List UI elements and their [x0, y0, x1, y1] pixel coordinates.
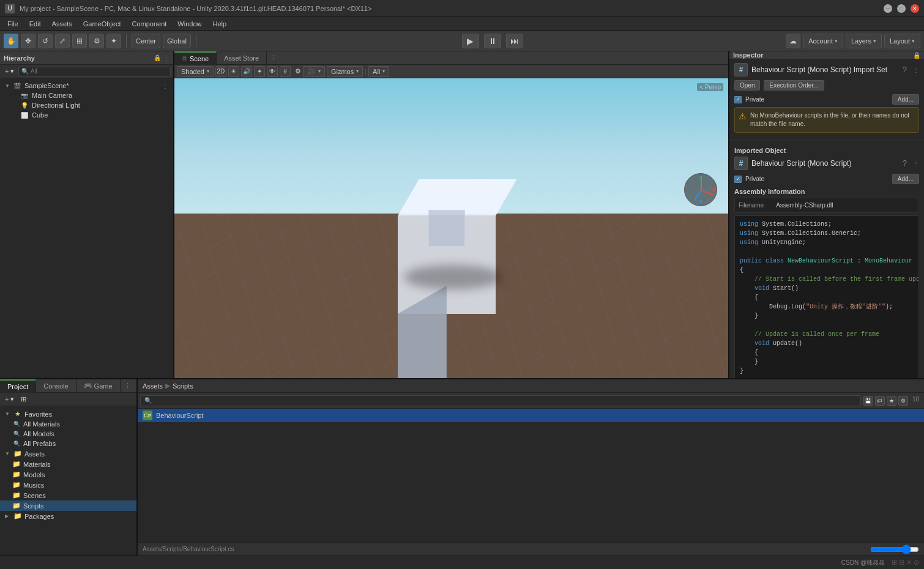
fx-button[interactable]: ✦: [254, 66, 265, 77]
search-settings-button[interactable]: ⚙: [898, 396, 908, 406]
tree-item-models[interactable]: 📁 Models: [0, 469, 136, 480]
open-button[interactable]: Open: [734, 80, 760, 91]
inspector-more-icon[interactable]: ⋮: [913, 67, 919, 73]
hierarchy-lock-icon[interactable]: 🔒: [154, 54, 161, 61]
favorites-arrow: ▼: [5, 411, 11, 417]
inspector-warning-box: ⚠ No MonoBehaviour scripts in the file, …: [734, 107, 919, 133]
csdn-label: CSDN @韩叔叔: [841, 559, 885, 566]
maximize-button[interactable]: □: [897, 4, 906, 13]
pause-button[interactable]: ⏸: [484, 34, 501, 48]
breadcrumb-scripts: Scripts: [173, 382, 193, 390]
tree-item-materials[interactable]: 📁 Materials: [0, 459, 136, 469]
imported-script-name: Behaviour Script (Mono Script): [751, 159, 899, 168]
tree-item-all-materials[interactable]: 🔍 All Materials: [0, 419, 136, 429]
tab-scene[interactable]: ⋕ Scene: [174, 51, 217, 65]
menu-edit[interactable]: Edit: [24, 19, 46, 29]
title-left: U My project - SampleScene - PC, Mac & L…: [5, 4, 371, 13]
inspector-help-icon[interactable]: ?: [903, 65, 907, 74]
add-button-2[interactable]: Add...: [892, 174, 919, 184]
close-button[interactable]: ✕: [911, 4, 919, 13]
project-toggle-button[interactable]: ⊞: [18, 395, 29, 404]
inspector-lock-icon[interactable]: 🔒: [913, 52, 920, 59]
save-search-button[interactable]: 💾: [863, 396, 873, 406]
filename-label: Filename: [739, 202, 764, 209]
step-button[interactable]: ⏭: [506, 34, 523, 48]
account-dropdown[interactable]: Account: [803, 34, 843, 48]
scene-visibility-button[interactable]: 👁: [267, 66, 278, 77]
tab-asset-store[interactable]: Asset Store: [217, 51, 267, 65]
hierarchy-search-input[interactable]: [18, 67, 171, 76]
move-tool-button[interactable]: ✥: [21, 34, 35, 48]
layers-dropdown[interactable]: Layers: [846, 34, 882, 48]
execution-order-button[interactable]: Execution Order...: [764, 80, 824, 91]
menu-assets[interactable]: Assets: [47, 19, 77, 29]
svg-line-2: [701, 190, 714, 195]
project-search-input[interactable]: [140, 395, 861, 406]
tree-item-favorites[interactable]: ▼ ★ Favorites: [0, 409, 136, 419]
lighting-button[interactable]: ☀: [228, 66, 239, 77]
bottom-tab-more[interactable]: ⋮: [121, 382, 135, 390]
pivot-center-dropdown[interactable]: Center: [132, 34, 160, 48]
tab-game[interactable]: 🎮Game: [76, 379, 121, 393]
cube-indent: [428, 210, 465, 247]
shading-dropdown[interactable]: Shaded: [177, 66, 214, 77]
hierarchy-item-maincamera[interactable]: 📷 Main Camera: [0, 91, 173, 100]
private-checkbox-1[interactable]: ✓: [734, 96, 742, 103]
hierarchy-item-samplescene[interactable]: ▼ 🎬 SampleScene* ⋮: [0, 81, 173, 91]
transform-tool-button[interactable]: ⚙: [89, 34, 104, 48]
gizmos-dropdown[interactable]: Gizmos: [327, 66, 363, 77]
layout-dropdown[interactable]: Layout: [884, 34, 920, 48]
scene-viewport[interactable]: < Persp Y X Z: [174, 78, 728, 378]
tree-item-all-models[interactable]: 🔍 All Models: [0, 429, 136, 439]
hierarchy-toolbar: + ▾: [0, 65, 173, 78]
play-button[interactable]: ▶: [462, 34, 479, 48]
menu-file[interactable]: File: [2, 19, 23, 29]
hand-tool-button[interactable]: ✋: [4, 34, 18, 48]
project-add-button[interactable]: + ▾: [2, 395, 17, 404]
search-filter-button[interactable]: 🏷: [875, 396, 885, 406]
tree-item-scripts[interactable]: 📁 Scripts: [0, 500, 136, 511]
pivot-global-dropdown[interactable]: Global: [163, 34, 191, 48]
scale-tool-button[interactable]: ⤢: [55, 34, 70, 48]
menu-gameobject[interactable]: GameObject: [78, 19, 126, 29]
scene-tab-more[interactable]: ⋮: [267, 54, 281, 62]
hierarchy-add-button[interactable]: + ▾: [2, 67, 17, 76]
scene-more-icon[interactable]: ⋮: [162, 83, 168, 89]
tree-item-packages[interactable]: ▶ 📁 Packages: [0, 511, 136, 521]
tree-item-assets[interactable]: ▼ 📁 Assets: [0, 448, 136, 459]
rect-tool-button[interactable]: ⊞: [72, 34, 87, 48]
tree-item-all-prefabs[interactable]: 🔍 All Prefabs: [0, 439, 136, 448]
hierarchy-item-cube[interactable]: ⬜ Cube: [0, 110, 173, 120]
tab-scene-label: Scene: [190, 55, 209, 62]
secondary-toolbar: Shaded 2D ☀ 🔊 ✦ 👁 # ⚙ 🎥 Gizmos | All: [174, 65, 728, 78]
rotate-tool-button[interactable]: ↺: [38, 34, 53, 48]
hierarchy-more-icon[interactable]: ⋮: [163, 54, 170, 61]
tree-item-scenes[interactable]: 📁 Scenes: [0, 490, 136, 500]
2d-button[interactable]: 2D: [215, 66, 226, 77]
imported-more-icon[interactable]: ⋮: [913, 160, 919, 167]
minimize-button[interactable]: ─: [884, 4, 892, 13]
grid-button[interactable]: #: [280, 66, 291, 77]
imported-object-title: Imported Object: [734, 147, 919, 154]
tab-console[interactable]: Console: [36, 379, 76, 393]
menu-component[interactable]: Component: [127, 19, 171, 29]
private-checkbox-2[interactable]: ✓: [734, 176, 742, 183]
tree-item-musics[interactable]: 📁 Musics: [0, 480, 136, 490]
custom-tool-button[interactable]: ✦: [106, 34, 121, 48]
hierarchy-item-directionallight[interactable]: 💡 Directional Light: [0, 100, 173, 110]
light-icon: 💡: [21, 102, 29, 109]
add-button-1[interactable]: Add...: [892, 94, 919, 105]
all-dropdown[interactable]: All: [368, 66, 389, 77]
cube-3d[interactable]: [398, 179, 496, 277]
file-item-behaviourscript[interactable]: C# BehaviourScript: [138, 409, 924, 422]
audio-button[interactable]: 🔊: [241, 66, 252, 77]
svg-line-3: [695, 190, 701, 199]
zoom-slider[interactable]: [870, 546, 919, 553]
tab-project[interactable]: Project: [0, 379, 36, 393]
search-fav-button[interactable]: ★: [887, 396, 896, 406]
collab-button[interactable]: ☁: [786, 34, 800, 48]
menu-window[interactable]: Window: [173, 19, 206, 29]
menu-help[interactable]: Help: [207, 19, 231, 29]
imported-help-icon[interactable]: ?: [903, 159, 907, 168]
camera-dropdown[interactable]: 🎥: [303, 66, 325, 77]
